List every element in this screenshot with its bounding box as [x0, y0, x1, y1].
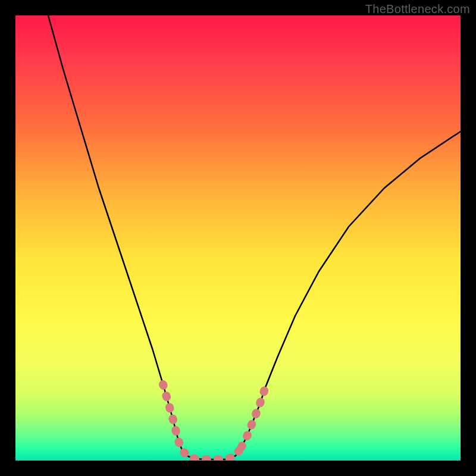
- watermark-text: TheBottleneck.com: [365, 2, 470, 16]
- curve-left: [48, 15, 227, 459]
- curve-right: [227, 131, 461, 459]
- chart-curves-svg: [15, 15, 461, 461]
- highlight-left-segment: [163, 384, 194, 459]
- highlight-bottom-segment: [194, 447, 242, 459]
- chart-plot-area: [15, 15, 461, 461]
